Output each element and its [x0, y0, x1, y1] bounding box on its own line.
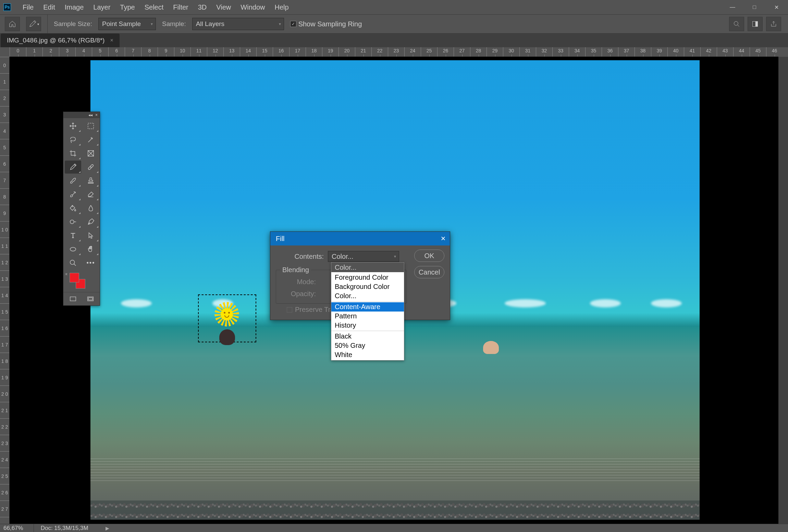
share-button[interactable] — [766, 17, 781, 31]
tools-panel[interactable]: ◂◂ × ••• ⤭ — [63, 112, 100, 306]
home-button[interactable] — [5, 17, 20, 31]
dropdown-item-white[interactable]: White — [331, 350, 404, 359]
quick-select-tool[interactable] — [83, 133, 99, 146]
path-select-tool[interactable] — [83, 229, 99, 242]
swap-colors-icon[interactable]: ⤭ — [65, 272, 67, 276]
eyedropper-tool[interactable] — [65, 161, 81, 174]
heal-tool[interactable] — [83, 161, 99, 174]
move-tool[interactable] — [65, 119, 81, 132]
status-flyout-icon[interactable]: ▶ — [106, 525, 109, 531]
tools-collapse-icon[interactable]: ◂◂ — [88, 113, 93, 117]
dropdown-item-gray[interactable]: 50% Gray — [331, 341, 404, 350]
contents-dropdown[interactable]: Color... Foreground Color Background Col… — [331, 262, 404, 360]
menu-bar: File Edit Image Layer Type Select Filter… — [18, 0, 294, 14]
edit-toolbar-button[interactable]: ••• — [83, 256, 99, 269]
menu-file[interactable]: File — [18, 0, 38, 14]
svg-point-6 — [90, 167, 91, 167]
menu-select[interactable]: Select — [140, 0, 169, 14]
dropdown-item-color[interactable]: Color... — [331, 291, 404, 301]
stamp-icon — [87, 177, 95, 185]
svg-rect-2 — [755, 22, 758, 27]
tool-preset-button[interactable]: ▾ — [26, 17, 41, 31]
marquee-selection[interactable] — [198, 294, 256, 342]
ruler-vertical[interactable]: 01234567891 01 11 21 31 41 51 61 71 81 9… — [0, 57, 10, 524]
menu-view[interactable]: View — [211, 0, 236, 14]
shape-tool[interactable] — [65, 243, 81, 256]
frame-tool[interactable] — [83, 147, 99, 160]
blur-tool[interactable] — [83, 202, 99, 215]
menu-type[interactable]: Type — [115, 0, 139, 14]
dropdown-item-foreground[interactable]: Foreground Color — [331, 273, 404, 282]
type-tool[interactable] — [65, 229, 81, 242]
window-maximize-button[interactable]: □ — [744, 2, 765, 12]
bandage-icon — [87, 163, 95, 171]
dropdown-item-pattern[interactable]: Pattern — [331, 312, 404, 321]
contents-select[interactable]: Color... — [328, 251, 399, 262]
crop-tool[interactable] — [65, 147, 81, 160]
show-sampling-ring-check[interactable]: ✓ Show Sampling Ring — [290, 20, 362, 28]
tools-panel-header[interactable]: ◂◂ × — [63, 112, 100, 118]
dropdown-item-content-aware[interactable]: Content-Aware — [331, 302, 404, 312]
document-tab-bar: IMG_0486.jpg @ 66,7% (RGB/8*) × — [0, 34, 788, 47]
marquee-icon — [87, 122, 95, 130]
show-sampling-ring-label: Show Sampling Ring — [298, 20, 362, 28]
foreground-color-swatch[interactable] — [70, 273, 79, 282]
dropdown-item-black[interactable]: Black — [331, 332, 404, 341]
vertical-scrollbar[interactable] — [778, 57, 788, 524]
ruler-horizontal[interactable]: 0123456789101112131415161718192021222324… — [10, 47, 778, 57]
gradient-tool[interactable] — [65, 202, 81, 215]
ellipse-icon — [69, 245, 77, 253]
dropdown-item-history[interactable]: History — [331, 321, 404, 330]
fill-ok-button[interactable]: OK — [414, 250, 444, 262]
screen-mode-standard[interactable] — [65, 294, 81, 304]
arrow-cursor-icon — [87, 232, 95, 239]
search-button[interactable] — [729, 17, 744, 31]
brush-tool[interactable] — [65, 174, 81, 187]
type-icon — [69, 232, 77, 239]
document-tab[interactable]: IMG_0486.jpg @ 66,7% (RGB/8*) × — [1, 34, 120, 47]
fill-dialog-close-button[interactable]: ✕ — [436, 235, 450, 242]
menu-edit[interactable]: Edit — [38, 0, 60, 14]
workspace-button[interactable] — [748, 17, 763, 31]
zoom-tool[interactable] — [65, 256, 81, 269]
menu-layer[interactable]: Layer — [88, 0, 115, 14]
stamp-tool[interactable] — [83, 174, 99, 187]
checkbox-icon: ✓ — [290, 21, 296, 27]
checkbox-icon — [287, 307, 292, 313]
status-zoom[interactable]: 66,67% — [3, 525, 23, 532]
blending-legend: Blending — [280, 266, 311, 274]
fill-dialog-titlebar[interactable]: Fill ✕ — [270, 232, 450, 245]
dropdown-current[interactable]: Color... — [331, 263, 404, 272]
menu-image[interactable]: Image — [60, 0, 89, 14]
history-brush-tool[interactable] — [65, 188, 81, 201]
sample-layers-select[interactable]: All Layers — [192, 18, 284, 30]
sample-size-select[interactable]: Point Sample — [98, 18, 156, 30]
dodge-tool[interactable] — [65, 215, 81, 228]
tools-close-icon[interactable]: × — [95, 113, 98, 117]
screen-mode-full[interactable] — [82, 294, 98, 304]
brush-icon — [69, 177, 77, 185]
color-swatches[interactable]: ⤭ — [63, 271, 100, 292]
zoom-icon — [69, 259, 77, 267]
eyedropper-icon — [69, 163, 77, 171]
svg-rect-12 — [88, 298, 93, 300]
hand-tool[interactable] — [83, 243, 99, 256]
pen-tool[interactable] — [83, 215, 99, 228]
menu-filter[interactable]: Filter — [168, 0, 193, 14]
menu-3d[interactable]: 3D — [193, 0, 212, 14]
fill-cancel-button[interactable]: Cancel — [414, 266, 444, 278]
menu-help[interactable]: Help — [270, 0, 293, 14]
dropdown-item-background[interactable]: Background Color — [331, 282, 404, 291]
document-tab-title: IMG_0486.jpg @ 66,7% (RGB/8*) — [7, 37, 104, 44]
window-minimize-button[interactable]: — — [722, 2, 743, 12]
window-close-button[interactable]: ✕ — [766, 2, 787, 12]
frame-icon — [87, 150, 95, 157]
home-icon — [9, 20, 16, 28]
drop-icon — [87, 204, 95, 212]
menu-window[interactable]: Window — [236, 0, 270, 14]
document-tab-close[interactable]: × — [110, 37, 113, 43]
marquee-tool[interactable] — [83, 119, 99, 132]
lasso-tool[interactable] — [65, 133, 81, 146]
status-doc-size[interactable]: Doc: 15,3M/15,3M — [34, 524, 95, 532]
eraser-tool[interactable] — [83, 188, 99, 201]
